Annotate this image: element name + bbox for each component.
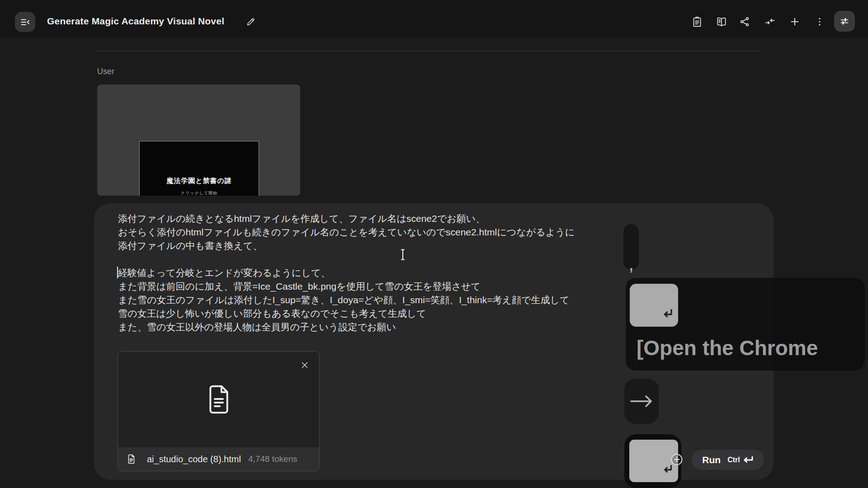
text-caret	[117, 267, 118, 278]
converge-arrows-icon	[764, 16, 776, 28]
role-label: User	[97, 67, 114, 76]
plus-icon	[789, 16, 801, 28]
new-chat-button[interactable]	[787, 14, 802, 29]
keycast-enter-key	[624, 434, 681, 488]
enter-key-icon	[660, 307, 674, 323]
tune-icon	[839, 16, 850, 27]
app-window: Generate Magic Academy Visual Novel	[0, 0, 868, 488]
file-footer-bar: ai_studio_code (8).html 4,748 tokens	[118, 447, 319, 471]
keycast-panel: [Open the Chrome	[626, 278, 865, 371]
clipboard-icon	[691, 16, 703, 28]
prompt-line: 添付ファイルの中も書き換えて、	[118, 239, 575, 253]
compare-mode-button[interactable]	[714, 14, 729, 29]
content-divider	[97, 51, 760, 51]
close-icon	[300, 360, 310, 370]
prompt-line: また、雪の女王以外の登場人物は全員男の子という設定でお願い	[118, 320, 575, 334]
visual-novel-title: 魔法学園と禁書の謎	[140, 177, 259, 185]
rename-chat-button[interactable]	[243, 14, 259, 29]
run-button-label: Run	[702, 455, 721, 465]
prompt-line: また雪の女王のファイルは添付したI_sup=驚き、I_doya=どや顔、I_sm…	[118, 293, 575, 307]
prompt-line	[118, 253, 575, 266]
keycast-typed-text: [Open the Chrome	[637, 336, 818, 360]
keycast-right-arrow-key	[624, 379, 659, 424]
remove-attachment-button[interactable]	[299, 359, 311, 371]
visual-novel-screenshot: 魔法学園と禁書の謎 クリックして開始	[139, 141, 259, 196]
share-icon	[739, 16, 750, 28]
more-vert-icon	[814, 16, 826, 28]
prompt-line: 添付ファイルの続きとなるhtmlファイルを作成して、ファイル名はscene2でお…	[118, 212, 575, 225]
run-button[interactable]: Run Ctrl	[692, 450, 764, 470]
share-button[interactable]	[737, 14, 752, 29]
sidebar-collapse-button[interactable]	[15, 12, 35, 32]
image-attachment-card[interactable]: 魔法学園と禁書の謎 クリックして開始	[97, 84, 300, 196]
chat-title: Generate Magic Academy Visual Novel	[47, 16, 224, 27]
attachment-filename: ai_studio_code (8).html	[147, 454, 241, 465]
system-instructions-button[interactable]	[689, 14, 705, 29]
run-shortcut-label: Ctrl	[727, 456, 740, 464]
keycast-comma-key: ,	[623, 224, 639, 270]
comma-key-label: ,	[628, 254, 634, 273]
keycast-enter-keycap	[630, 284, 678, 327]
visual-novel-subtitle: クリックして開始	[140, 190, 259, 196]
collapse-turns-button[interactable]	[762, 14, 778, 29]
document-icon	[204, 382, 233, 417]
enter-key-icon	[742, 455, 754, 465]
prompt-line: 雪の女王は少し怖いが優しい部分もある表なのでそこも考えて生成して	[118, 307, 575, 320]
more-options-button[interactable]	[812, 14, 827, 29]
text-cursor-pointer	[400, 249, 406, 263]
prompt-line: 経験値よって分岐とエンドが変わるようにして、	[118, 266, 575, 280]
document-icon	[127, 454, 136, 465]
prompt-line: また背景は前回のに加え、背景=Ice_Castle_bk.pngを使用して雪の女…	[118, 280, 575, 293]
collapse-menu-icon	[20, 17, 31, 28]
click-indicator-icon	[670, 453, 683, 468]
top-bar: Generate Magic Academy Visual Novel	[0, 0, 868, 38]
attachment-token-count: 4,748 tokens	[248, 454, 297, 464]
prompt-text[interactable]: 添付ファイルの続きとなるhtmlファイルを作成して、ファイル名はscene2でお…	[118, 212, 575, 334]
run-settings-toggle[interactable]	[834, 11, 855, 32]
book-icon	[716, 16, 727, 28]
edit-pencil-icon	[246, 17, 256, 27]
file-attachment-card[interactable]: ai_studio_code (8).html 4,748 tokens	[118, 351, 320, 471]
right-arrow-icon	[629, 393, 654, 410]
prompt-line: おそらく添付のhtmlファイルも続きのファイル名のことを考えていないのでscen…	[118, 225, 575, 239]
